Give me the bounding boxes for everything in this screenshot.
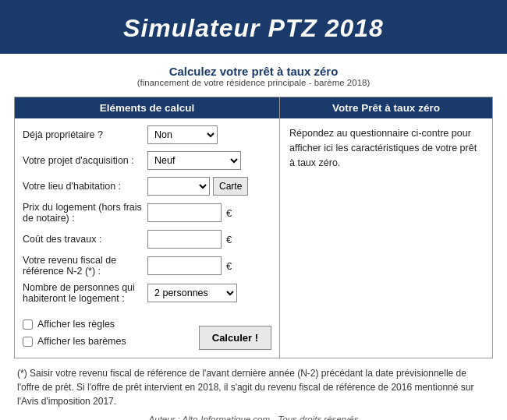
- euro-revenu: €: [226, 260, 232, 272]
- label-travaux: Coût des travaux :: [23, 234, 147, 245]
- page-title: Simulateur PTZ 2018: [8, 14, 499, 43]
- left-panel: Eléments de calcul Déjà propriétaire ? N…: [15, 97, 280, 358]
- input-cout-travaux[interactable]: [147, 230, 222, 249]
- footer-note: (*) Saisir votre revenu fiscal de référe…: [14, 366, 493, 408]
- form-row-revenu: Votre revenu fiscal de référence N-2 (*)…: [23, 255, 271, 277]
- checkboxes-col: Afficher les règles Afficher les barèmes: [23, 319, 126, 350]
- label-prix: Prix du logement (hors frais de notaire)…: [23, 202, 147, 224]
- control-prix: €: [147, 203, 271, 222]
- control-revenu: €: [147, 256, 271, 275]
- form-row-lieu: Votre lieu d'habitation : Carte: [23, 176, 271, 196]
- subtitle-main: Calculez votre prêt à taux zéro: [14, 65, 493, 78]
- author-line: Auteur : Alto-Informatique.com - Tous dr…: [14, 415, 493, 420]
- left-bottom: Afficher les règles Afficher les barèmes…: [15, 316, 279, 358]
- calculator-container: Eléments de calcul Déjà propriétaire ? N…: [14, 97, 493, 358]
- control-lieu: Carte: [147, 177, 271, 196]
- label-personnes: Nombre de personnes qui habiteront le lo…: [23, 282, 147, 304]
- control-travaux: €: [147, 230, 271, 249]
- input-revenu-fiscal[interactable]: [147, 256, 222, 275]
- right-panel-header: Votre Prêt à taux zéro: [280, 97, 492, 118]
- label-revenu: Votre revenu fiscal de référence N-2 (*)…: [23, 255, 147, 277]
- right-content: Répondez au questionnaire ci-contre pour…: [280, 118, 492, 178]
- checkbox-afficher-regles[interactable]: [23, 319, 33, 330]
- calculer-button[interactable]: Calculer !: [199, 326, 271, 350]
- left-panel-header: Eléments de calcul: [15, 97, 279, 118]
- main-content: Calculez votre prêt à taux zéro (finance…: [0, 54, 507, 420]
- select-projet-acquisition[interactable]: Neuf Ancien: [147, 151, 241, 170]
- right-panel: Votre Prêt à taux zéro Répondez au quest…: [280, 97, 492, 358]
- form-row-projet: Votre projet d'acquisition : Neuf Ancien: [23, 150, 271, 171]
- page-header: Simulateur PTZ 2018: [0, 0, 507, 54]
- subtitle-block: Calculez votre prêt à taux zéro (finance…: [14, 65, 493, 87]
- form-row-deja: Déjà propriétaire ? Non Oui: [23, 125, 271, 145]
- control-projet: Neuf Ancien: [147, 151, 271, 170]
- label-afficher-baremes: Afficher les barèmes: [37, 336, 126, 347]
- control-deja: Non Oui: [147, 125, 271, 144]
- checkbox-afficher-baremes[interactable]: [23, 337, 33, 347]
- checkbox-row-baremes[interactable]: Afficher les barèmes: [23, 336, 126, 347]
- subtitle-sub: (financement de votre résidence principa…: [14, 78, 493, 87]
- carte-button[interactable]: Carte: [213, 177, 248, 196]
- euro-prix: €: [226, 207, 232, 219]
- form-row-travaux: Coût des travaux : €: [23, 229, 271, 249]
- select-deja-proprietaire[interactable]: Non Oui: [147, 125, 218, 144]
- form-row-personnes: Nombre de personnes qui habiteront le lo…: [23, 282, 271, 304]
- input-prix-logement[interactable]: [147, 203, 222, 222]
- label-lieu: Votre lieu d'habitation :: [23, 181, 147, 192]
- label-afficher-regles: Afficher les règles: [37, 319, 115, 330]
- select-nb-personnes[interactable]: 1 personne 2 personnes 3 personnes 4 per…: [147, 284, 237, 302]
- checkbox-row-regles[interactable]: Afficher les règles: [23, 319, 126, 330]
- select-lieu-habitation[interactable]: [147, 177, 210, 196]
- label-deja: Déjà propriétaire ?: [23, 129, 147, 140]
- control-personnes: 1 personne 2 personnes 3 personnes 4 per…: [147, 284, 271, 302]
- form-area: Déjà propriétaire ? Non Oui Votre projet…: [15, 118, 279, 316]
- label-projet: Votre projet d'acquisition :: [23, 155, 147, 166]
- form-row-prix: Prix du logement (hors frais de notaire)…: [23, 202, 271, 224]
- euro-travaux: €: [226, 234, 232, 245]
